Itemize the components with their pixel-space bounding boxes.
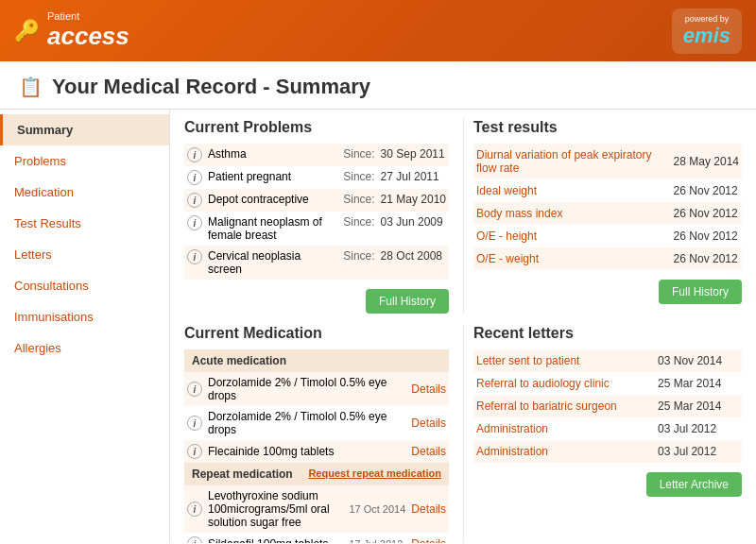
test-date: 26 Nov 2012 <box>671 247 742 270</box>
info-icon[interactable]: i <box>187 170 202 185</box>
sidebar-item-consultations[interactable]: Consultations <box>0 270 169 301</box>
since-date: 03 Jun 2009 <box>378 212 449 246</box>
table-row: i Patient pregnant Since: 27 Jul 2011 <box>184 166 449 189</box>
since-label: Since: <box>340 246 377 280</box>
test-date: 26 Nov 2012 <box>671 225 742 247</box>
header: 🔑 Patient access powered by emis <box>0 0 756 61</box>
sidebar-item-problems[interactable]: Problems <box>0 145 169 177</box>
sidebar-item-letters[interactable]: Letters <box>0 239 169 270</box>
problem-name: Cervical neoplasia screen <box>205 246 340 280</box>
logo-patient: Patient <box>47 10 129 22</box>
medication-date: 17 Oct 2014 <box>346 485 408 533</box>
sidebar: Summary Problems Medication Test Results… <box>0 110 170 543</box>
repeat-medication-table: i Levothyroxine sodium 100micrograms/5ml… <box>184 485 449 543</box>
letter-date: 25 Mar 2014 <box>655 372 742 395</box>
since-date: 30 Sep 2011 <box>378 144 449 166</box>
info-icon[interactable]: i <box>187 444 202 459</box>
letter-date: 25 Mar 2014 <box>655 395 742 417</box>
letter-name-link[interactable]: Referral to audiology clinic <box>476 377 610 390</box>
recent-letters-section: Recent letters Letter sent to patient 03… <box>463 325 742 543</box>
medication-details-link[interactable]: Details <box>411 502 446 516</box>
info-icon[interactable]: i <box>187 249 202 264</box>
key-icon: 🔑 <box>14 19 40 43</box>
problem-name: Depot contraceptive <box>205 189 340 212</box>
logo-text: Patient access <box>47 10 129 51</box>
medical-record-icon: 📋 <box>19 76 43 98</box>
sidebar-item-immunisations[interactable]: Immunisations <box>0 301 169 332</box>
medication-details-link[interactable]: Details <box>411 445 446 458</box>
table-row: Referral to audiology clinic 25 Mar 2014 <box>473 372 742 395</box>
table-row: Diurnal variation of peak expiratory flo… <box>473 144 742 179</box>
info-icon[interactable]: i <box>187 215 202 230</box>
test-date: 28 May 2014 <box>671 144 742 179</box>
sidebar-item-medication[interactable]: Medication <box>0 177 169 208</box>
test-results-full-history-button[interactable]: Full History <box>659 280 742 304</box>
table-row: Administration 03 Jul 2012 <box>473 417 742 440</box>
letter-name-link[interactable]: Administration <box>476 422 548 435</box>
page-title: Your Medical Record - Summary <box>52 75 370 99</box>
table-row: i Sildenafil 100mg tablets 17 Jul 2012 D… <box>184 533 449 543</box>
emis-logo: emis <box>683 24 730 47</box>
content-area: Current Problems i Asthma Since: 30 Sep … <box>170 110 756 543</box>
info-icon[interactable]: i <box>187 147 202 162</box>
info-icon[interactable]: i <box>187 416 202 431</box>
medication-date: 17 Jul 2012 <box>346 533 408 543</box>
test-name-link[interactable]: Body mass index <box>476 207 562 220</box>
medication-name: Sildenafil 100mg tablets <box>205 533 346 543</box>
problem-name: Malignant neoplasm of female breast <box>205 212 340 246</box>
sidebar-item-summary[interactable]: Summary <box>0 114 169 145</box>
table-row: O/E - weight 26 Nov 2012 <box>473 247 742 270</box>
letter-date: 03 Jul 2012 <box>655 417 742 440</box>
info-icon[interactable]: i <box>187 536 202 543</box>
letter-name-link[interactable]: Administration <box>476 445 548 458</box>
current-problems-title: Current Problems <box>184 119 449 136</box>
acute-medication-title: Acute medication <box>184 349 449 372</box>
test-name-link[interactable]: Ideal weight <box>476 184 537 197</box>
sidebar-item-allergies[interactable]: Allergies <box>0 332 169 364</box>
letters-table: Letter sent to patient 03 Nov 2014 Refer… <box>473 349 742 463</box>
test-name-link[interactable]: O/E - weight <box>476 252 539 265</box>
test-date: 26 Nov 2012 <box>671 179 742 202</box>
table-row: i Dorzolamide 2% / Timolol 0.5% eye drop… <box>184 406 449 440</box>
letter-name-link[interactable]: Referral to bariatric surgeon <box>476 400 617 413</box>
table-row: Referral to bariatric surgeon 25 Mar 201… <box>473 395 742 417</box>
problem-name: Patient pregnant <box>205 166 340 189</box>
emis-badge: powered by emis <box>672 8 742 54</box>
medication-details-link[interactable]: Details <box>411 416 446 430</box>
repeat-medication-header: Repeat medication Request repeat medicat… <box>184 463 449 485</box>
problems-full-history-button[interactable]: Full History <box>366 289 449 314</box>
info-icon[interactable]: i <box>187 193 202 208</box>
medication-details-link[interactable]: Details <box>411 537 446 543</box>
current-medication-title: Current Medication <box>184 325 449 342</box>
since-date: 28 Oct 2008 <box>378 246 449 280</box>
medication-name: Levothyroxine sodium 100micrograms/5ml o… <box>205 485 346 533</box>
letter-archive-button[interactable]: Letter Archive <box>646 472 742 497</box>
table-row: i Asthma Since: 30 Sep 2011 <box>184 144 449 166</box>
table-row: i Depot contraceptive Since: 21 May 2010 <box>184 189 449 212</box>
since-label: Since: <box>340 189 377 212</box>
sidebar-item-test-results[interactable]: Test Results <box>0 208 169 239</box>
main-layout: Summary Problems Medication Test Results… <box>0 110 756 543</box>
table-row: i Malignant neoplasm of female breast Si… <box>184 212 449 246</box>
table-row: i Levothyroxine sodium 100micrograms/5ml… <box>184 485 449 533</box>
letter-name-link[interactable]: Letter sent to patient <box>476 354 579 367</box>
info-icon[interactable]: i <box>187 382 202 397</box>
repeat-medication-title: Repeat medication <box>192 468 293 481</box>
letter-date: 03 Nov 2014 <box>655 349 742 372</box>
since-label: Since: <box>340 144 377 166</box>
request-repeat-link[interactable]: Request repeat medication <box>308 468 441 480</box>
table-row: Body mass index 26 Nov 2012 <box>473 202 742 225</box>
since-date: 21 May 2010 <box>378 189 449 212</box>
test-results-title: Test results <box>473 119 742 136</box>
info-icon[interactable]: i <box>187 502 202 517</box>
table-row: O/E - height 26 Nov 2012 <box>473 225 742 247</box>
test-name-link[interactable]: O/E - height <box>476 230 537 243</box>
medication-name: Dorzolamide 2% / Timolol 0.5% eye drops <box>205 406 408 440</box>
table-row: i Dorzolamide 2% / Timolol 0.5% eye drop… <box>184 372 449 406</box>
test-name-link[interactable]: Diurnal variation of peak expiratory flo… <box>476 148 651 175</box>
recent-letters-title: Recent letters <box>473 325 742 342</box>
medication-details-link[interactable]: Details <box>411 382 446 396</box>
current-medication-section: Current Medication Acute medication i Do… <box>184 325 463 543</box>
table-row: Ideal weight 26 Nov 2012 <box>473 179 742 202</box>
logo-access: access <box>47 22 129 51</box>
